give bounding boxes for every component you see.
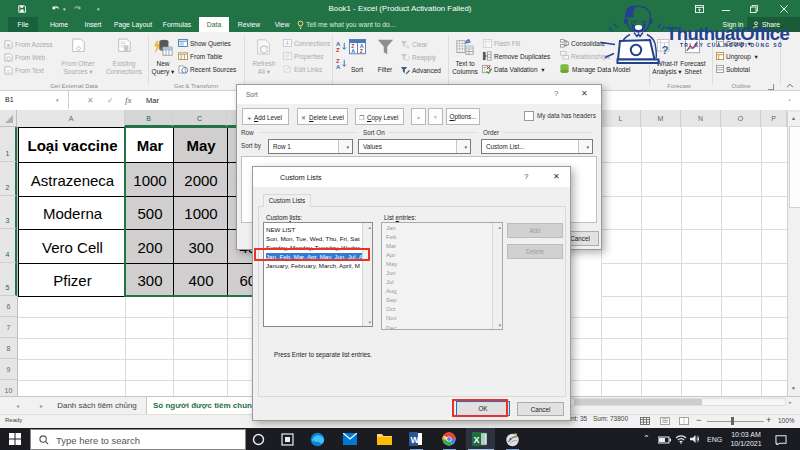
svg-text:?: ? <box>661 44 668 56</box>
svg-text:Z: Z <box>336 47 340 52</box>
svg-text:W: W <box>411 435 420 445</box>
svg-text:X: X <box>474 435 480 445</box>
svg-text:A: A <box>351 48 355 54</box>
